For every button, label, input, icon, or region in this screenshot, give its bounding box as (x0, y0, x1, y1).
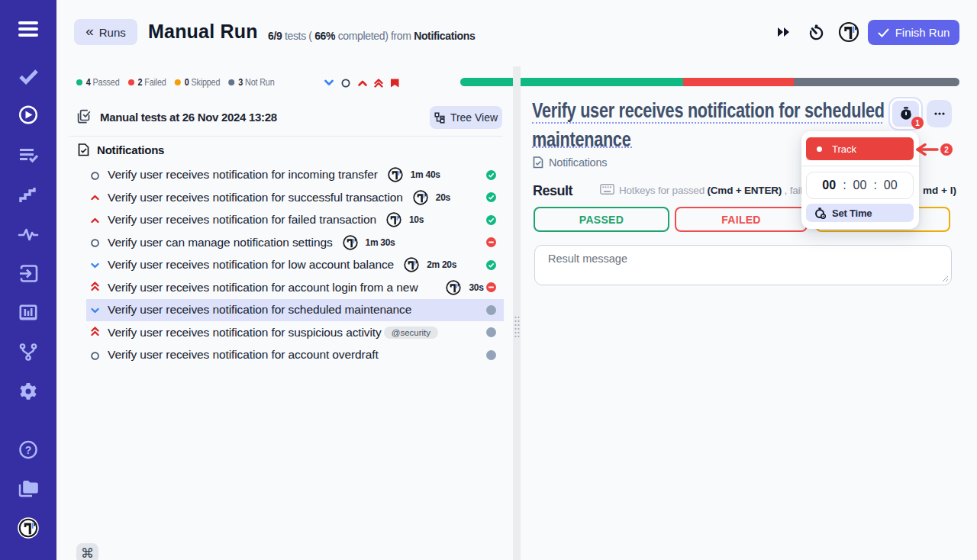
svg-text:?: ? (25, 444, 32, 456)
